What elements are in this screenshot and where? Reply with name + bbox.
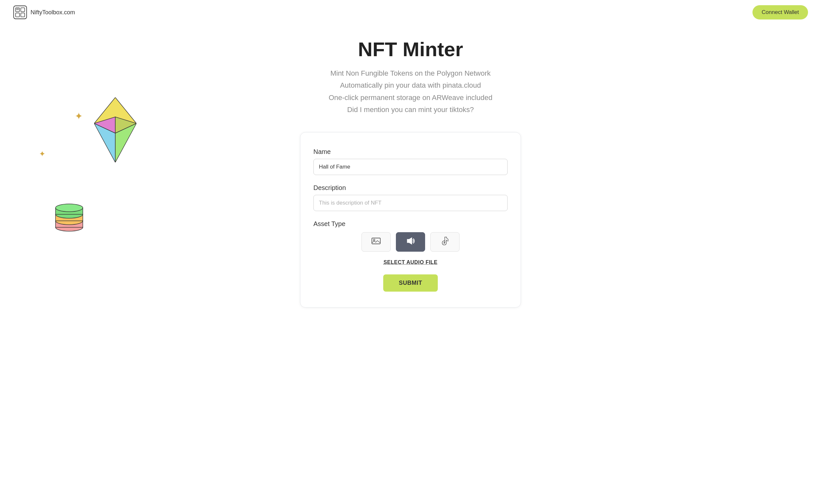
asset-type-image-button[interactable] <box>361 232 391 252</box>
asset-type-tiktok-button[interactable] <box>430 232 460 252</box>
page-title: NFT Minter <box>6 38 815 61</box>
subtitle-line-1: Mint Non Fungible Tokens on the Polygon … <box>6 67 815 79</box>
sparkle-icon-2: ✦ <box>39 149 45 158</box>
subtitle-line-4: Did I mention you can mint your tiktoks? <box>6 104 815 116</box>
description-field-group: Description <box>313 184 508 211</box>
subtitle-line-3: One-click permanent storage on ARWeave i… <box>6 92 815 104</box>
submit-button[interactable]: SUBMIT <box>383 274 438 292</box>
header: NiftyToolbox.com Connect Wallet <box>0 0 821 25</box>
asset-type-label: Asset Type <box>313 220 508 228</box>
asset-type-buttons <box>313 232 508 252</box>
select-file-label[interactable]: SELECT AUDIO FILE <box>313 259 508 265</box>
description-input[interactable] <box>313 195 508 211</box>
image-icon <box>372 237 381 247</box>
svg-rect-6 <box>56 221 83 227</box>
coins-icon <box>50 192 89 235</box>
asset-type-audio-button[interactable] <box>396 232 425 252</box>
form-card: Name Description Asset Type <box>300 132 521 308</box>
svg-marker-1 <box>94 123 115 162</box>
svg-rect-8 <box>56 214 83 221</box>
name-label: Name <box>313 148 508 156</box>
asset-type-group: Asset Type <box>313 220 508 265</box>
svg-marker-21 <box>407 238 412 244</box>
svg-point-11 <box>56 204 83 212</box>
audio-icon <box>406 237 415 247</box>
logo-text: NiftyToolbox.com <box>31 9 75 16</box>
logo-icon <box>13 5 27 19</box>
hero-section: NFT Minter Mint Non Fungible Tokens on t… <box>0 25 821 122</box>
tiktok-icon <box>441 237 448 247</box>
svg-point-9 <box>56 210 83 218</box>
name-field-group: Name <box>313 148 508 175</box>
svg-point-7 <box>56 217 83 225</box>
hero-subtitle: Mint Non Fungible Tokens on the Polygon … <box>6 67 815 116</box>
name-input[interactable] <box>313 159 508 175</box>
subtitle-line-2: Automatically pin your data with pinata.… <box>6 79 815 91</box>
connect-wallet-button[interactable]: Connect Wallet <box>752 5 808 19</box>
svg-rect-10 <box>56 208 83 214</box>
svg-rect-19 <box>372 238 380 244</box>
svg-point-20 <box>373 239 375 241</box>
logo-area: NiftyToolbox.com <box>13 5 75 19</box>
svg-point-5 <box>56 223 83 231</box>
svg-marker-2 <box>115 123 136 162</box>
description-label: Description <box>313 184 508 192</box>
